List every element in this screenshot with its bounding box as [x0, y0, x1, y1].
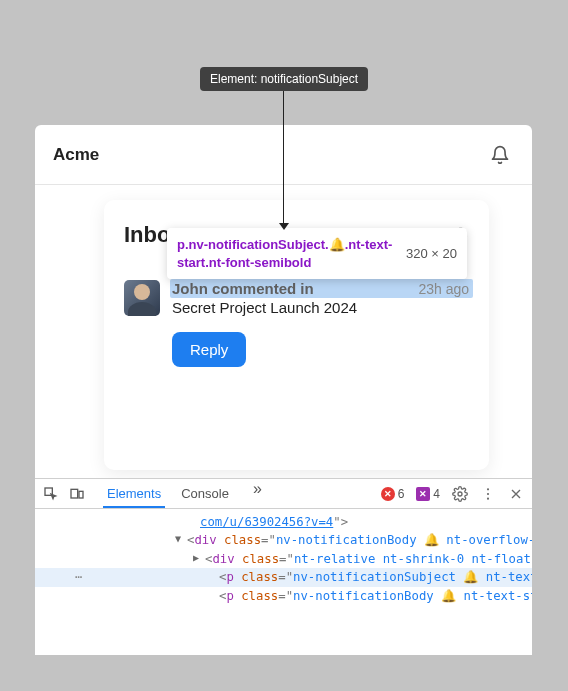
inspector-dimensions: 320 × 20: [406, 246, 457, 261]
brand-name: Acme: [53, 145, 99, 165]
pointer-line: [283, 87, 284, 227]
errors-indicator[interactable]: ✕ 6: [381, 487, 405, 501]
devtools-close-button[interactable]: [508, 486, 524, 502]
notifications-bell-button[interactable]: [486, 141, 514, 169]
bell-icon: [490, 145, 510, 165]
svg-point-3: [458, 492, 462, 496]
svg-point-5: [487, 492, 489, 494]
devtools-toolbar: Elements Console » ✕ 6 ✕ 4: [35, 479, 532, 509]
pointer-arrow: [279, 223, 289, 230]
notification-subject-line: John commented in 23h ago: [170, 279, 473, 298]
notification-subject: John commented in: [172, 280, 314, 297]
dom-tree[interactable]: com/u/63902456?v=4"> ▼ <div class="nv-no…: [35, 509, 532, 609]
reply-button[interactable]: Reply: [172, 332, 246, 367]
avatar[interactable]: [124, 280, 160, 316]
dom-line[interactable]: <p class="nv-notificationBody 🔔 nt-text-…: [35, 587, 532, 605]
svg-rect-2: [79, 491, 83, 498]
warnings-count: 4: [433, 487, 440, 501]
notification-body: John commented in 23h ago Secret Project…: [172, 280, 469, 367]
warning-icon: ✕: [416, 487, 430, 501]
errors-count: 6: [398, 487, 405, 501]
svg-rect-1: [71, 489, 78, 498]
inspect-element-button[interactable]: [43, 486, 59, 502]
notification-row[interactable]: John commented in 23h ago Secret Project…: [124, 280, 469, 367]
inspector-selector: p.nv-notificationSubject.🔔.nt-text-start…: [177, 236, 395, 271]
dom-line-selected[interactable]: ⋯ <p class="nv-notificationSubject 🔔 nt-…: [35, 568, 532, 586]
dom-line[interactable]: ▼ <div class="nv-notificationBody 🔔 nt-o…: [35, 531, 532, 549]
device-toggle-button[interactable]: [69, 486, 85, 502]
inspector-tooltip: p.nv-notificationSubject.🔔.nt-text-start…: [167, 228, 467, 279]
svg-point-6: [487, 497, 489, 499]
devtools-more-button[interactable]: [480, 486, 496, 502]
warnings-indicator[interactable]: ✕ 4: [416, 487, 440, 501]
tabs-overflow-button[interactable]: »: [253, 480, 262, 507]
devtools-tabs: Elements Console »: [107, 480, 262, 507]
dom-line[interactable]: com/u/63902456?v=4">: [35, 513, 532, 531]
tab-console[interactable]: Console: [181, 480, 229, 507]
notification-time: 23h ago: [418, 281, 469, 297]
tab-elements[interactable]: Elements: [107, 480, 161, 507]
devtools-settings-button[interactable]: [452, 486, 468, 502]
inspector-element-label: Element: notificationSubject: [200, 67, 368, 91]
dom-line[interactable]: ▶ <div class="nt-relative nt-shrink-0 nt…: [35, 550, 532, 568]
devtools-panel: Elements Console » ✕ 6 ✕ 4 com/u/: [35, 478, 532, 655]
notification-text: Secret Project Launch 2024: [172, 299, 469, 316]
svg-point-4: [487, 488, 489, 490]
error-icon: ✕: [381, 487, 395, 501]
row-menu-icon[interactable]: ⋯: [75, 568, 82, 586]
